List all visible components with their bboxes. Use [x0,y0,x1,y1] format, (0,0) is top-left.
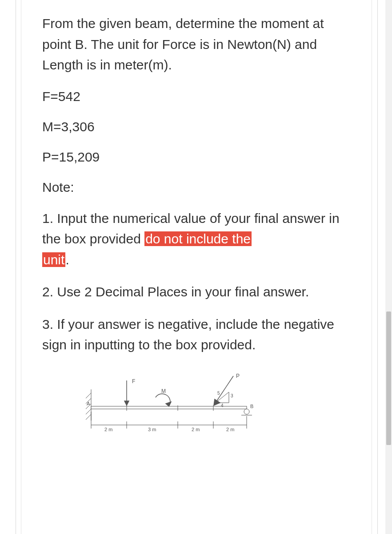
note-1: 1. Input the numerical value of your fin… [42,208,349,271]
svg-line-4 [86,409,91,414]
question-text: From the given beam, determine the momen… [42,13,349,76]
svg-line-5 [86,414,91,420]
scrollbar-thumb[interactable] [386,312,391,445]
diagram-dim-1: 2 m [104,427,112,432]
beam-svg: F M P 3 4 5 B [82,372,260,443]
svg-marker-11 [124,401,129,405]
question-content: From the given beam, determine the momen… [42,13,349,443]
diagram-label-P: P [236,373,240,379]
scrollbar-track[interactable] [385,0,392,534]
diagram-label-B: B [250,404,253,409]
diagram-slope-v: 3 [231,393,233,398]
svg-point-15 [244,409,249,414]
diagram-dim-2: 3 m [148,427,156,432]
svg-marker-12 [166,402,171,406]
diagram-label-M: M [161,388,166,394]
note-1-post: . [65,252,69,267]
note-3: 3. If your answer is negative, include t… [42,314,349,356]
note-heading: Note: [42,178,349,197]
diagram-dim-4: 2 m [226,427,234,432]
note-2: 2. Use 2 Decimal Places in your final an… [42,282,349,303]
svg-line-13 [216,376,233,403]
value-M: M=3,306 [42,117,349,136]
diagram-dim-3: 2 m [192,427,200,432]
diagram-slope-hyp: 5 [217,391,220,396]
svg-line-1 [86,393,91,398]
value-P: P=15,209 [42,148,349,166]
diagram-slope-h: 4 [221,403,224,408]
diagram-label-F: F [132,378,135,384]
value-F: F=542 [42,87,349,106]
diagram-label-A: A [87,401,90,406]
note-1-highlight-a: do not include the [144,231,252,246]
note-1-highlight-b: unit [42,252,65,267]
beam-diagram: F M P 3 4 5 B [82,372,349,443]
